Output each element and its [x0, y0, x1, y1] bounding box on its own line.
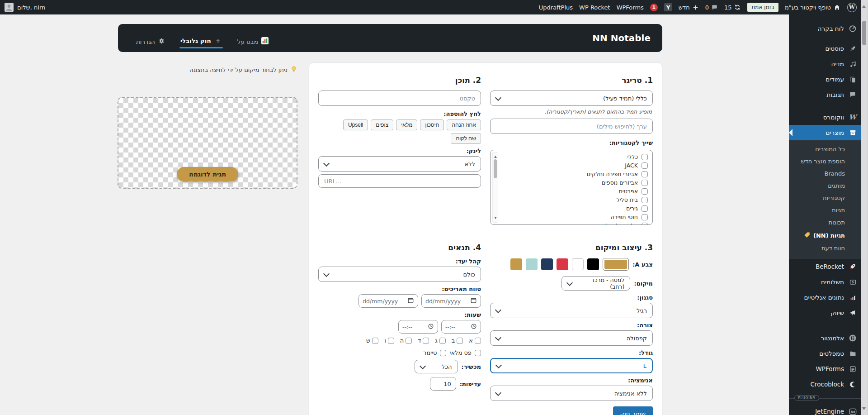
trigger-value-input[interactable] — [490, 119, 653, 134]
sample-tag-capsule[interactable]: תגית לדוגמה — [177, 167, 238, 181]
chip-customer-name[interactable]: שם לקוח — [451, 133, 481, 144]
category-checkbox[interactable] — [642, 223, 648, 225]
swatch-cyan[interactable] — [526, 258, 538, 270]
new-content-button[interactable]: חדש — [679, 4, 699, 11]
calendar-icon[interactable] — [470, 297, 477, 305]
sidebar-item-berocket[interactable]: BeRocket — [789, 259, 861, 274]
timer-checkbox[interactable] — [440, 350, 446, 356]
yoast-button[interactable]: Y — [664, 3, 672, 11]
style-select[interactable]: רגיל — [490, 303, 653, 318]
weekday-checkbox[interactable] — [406, 338, 412, 344]
sidebar-item-crocoblock[interactable]: Crocoblock — [789, 377, 861, 392]
scroll-down-arrow[interactable] — [862, 407, 866, 412]
date-from-input[interactable]: dd/mm/yyyy — [421, 294, 481, 308]
clock-icon[interactable] — [471, 323, 477, 331]
sidebar-item-elementor[interactable]: אלמנטור — [789, 330, 861, 346]
sidebar-item-woocommerce[interactable]: W ווקומרס — [789, 110, 861, 125]
priority-input[interactable] — [430, 377, 456, 391]
stockbar-checkbox[interactable] — [475, 350, 481, 356]
time-to-input[interactable]: --:-- — [398, 320, 438, 334]
category-checkbox[interactable] — [642, 214, 648, 220]
save-rule-button[interactable]: שמור חוק — [613, 406, 653, 415]
weekday-checkbox[interactable] — [372, 338, 378, 344]
sidebar-item-posts[interactable]: פוסטים — [789, 41, 861, 56]
chip-stock[interactable]: מלאי — [396, 119, 417, 130]
submenu-item-nn-tags[interactable]: תגיות (NN) — [789, 229, 861, 242]
shape-select[interactable]: קפסולה — [490, 330, 653, 346]
weekday-checkbox[interactable] — [457, 338, 463, 344]
sidebar-item-pages[interactable]: עמודים — [789, 72, 861, 87]
updates-link[interactable]: 15 — [724, 4, 741, 11]
chip-upsell[interactable]: Upsell — [343, 119, 368, 130]
animation-select[interactable]: ללא אנימציה — [490, 386, 653, 401]
audience-select[interactable]: כולם — [318, 267, 481, 282]
chip-savings[interactable]: חיסכון — [420, 119, 444, 130]
sidebar-item-payments[interactable]: $ תשלומים — [789, 274, 861, 290]
tab-settings[interactable]: הגדרות — [135, 38, 166, 52]
chip-discount-percent[interactable]: אחוז הנחה — [447, 119, 481, 130]
submenu-item-all-products[interactable]: כל המוצרים — [789, 143, 861, 155]
sidebar-item-dashboard[interactable]: לוח בקרה — [789, 21, 861, 36]
weekday-checkbox[interactable] — [388, 338, 394, 344]
site-link[interactable]: טופף ויקטור בע"מ — [785, 4, 841, 11]
wprocket-toolbar-link[interactable]: WP Rocket — [579, 4, 610, 11]
sidebar-item-templates[interactable]: טמפלטים — [789, 346, 861, 361]
weekday-checkbox[interactable] — [439, 338, 446, 344]
sidebar-item-media[interactable]: מדיה — [789, 56, 861, 72]
url-input[interactable] — [318, 174, 481, 188]
category-checkbox[interactable] — [642, 188, 648, 195]
swatch-navy[interactable] — [541, 258, 553, 270]
trigger-type-select[interactable]: כללי (תמיד פעיל) — [490, 91, 653, 106]
page-scrollbar[interactable] — [861, 0, 868, 415]
updraftplus-toolbar-link[interactable]: UpdraftPlus — [539, 4, 573, 11]
submenu-item-brands-he[interactable]: מותגים — [789, 180, 861, 192]
scroll-down-arrow[interactable] — [494, 217, 497, 220]
tab-global-rule[interactable]: ＋ חוק גלובלי — [179, 35, 223, 52]
submenu-item-categories[interactable]: קטגוריות — [789, 192, 861, 204]
device-select[interactable]: הכל — [415, 360, 458, 373]
swatch-gold[interactable] — [510, 258, 522, 270]
categories-scrollbar[interactable] — [492, 152, 498, 223]
weekday-checkbox[interactable] — [423, 338, 429, 344]
swatch-black[interactable] — [587, 258, 599, 270]
sidebar-item-jetengine[interactable]: Jet JetEngine — [789, 404, 861, 415]
tag-text-input[interactable] — [318, 91, 481, 106]
swatch-white[interactable] — [572, 258, 584, 270]
weekday-checkbox[interactable] — [475, 338, 481, 344]
wordpress-menu-button[interactable]: W — [847, 3, 857, 12]
submenu-item-attributes[interactable]: תכונות — [789, 216, 861, 229]
notification-badge[interactable]: 1 — [650, 4, 658, 11]
sidebar-item-wpforms[interactable]: WPForms — [789, 361, 861, 377]
size-select[interactable]: L — [490, 358, 653, 373]
swatch-red[interactable] — [557, 258, 568, 270]
date-to-input[interactable]: dd/mm/yyyy — [359, 294, 418, 308]
scrollbar-thumb[interactable] — [862, 21, 866, 45]
category-checkbox[interactable] — [642, 180, 648, 186]
sidebar-item-marketing[interactable]: שיווק — [789, 305, 861, 320]
submenu-item-brands[interactable]: Brands — [789, 167, 861, 180]
scroll-up-arrow[interactable] — [862, 3, 866, 8]
tab-overview[interactable]: מבט על — [236, 37, 269, 52]
color-picker-input[interactable] — [603, 258, 629, 271]
submenu-item-reviews[interactable]: חוות דעת — [789, 242, 861, 254]
position-select[interactable]: למטה - מרכז (רחב) — [561, 276, 630, 291]
category-checkbox[interactable] — [642, 154, 648, 160]
sidebar-item-comments[interactable]: תגובות — [789, 87, 861, 102]
wpforms-toolbar-link[interactable]: WPForms — [617, 4, 644, 11]
link-select[interactable]: ללא — [318, 156, 481, 172]
category-checkbox[interactable] — [642, 162, 648, 169]
scroll-up-arrow[interactable] — [494, 154, 497, 158]
account-menu[interactable]: שלום, nirn — [5, 0, 45, 14]
comments-link[interactable]: 0 — [705, 4, 718, 11]
submenu-item-tags[interactable]: תגיות — [789, 204, 861, 216]
category-checkbox[interactable] — [642, 171, 648, 177]
calendar-icon[interactable] — [407, 297, 414, 305]
placement-preview-box[interactable]: תגית לדוגמה — [118, 97, 297, 189]
chip-viewers[interactable]: צופים — [371, 119, 393, 130]
sidebar-item-products[interactable]: מוצרים — [789, 125, 861, 140]
submenu-item-add-product[interactable]: הוספת מוצר חדש — [789, 155, 861, 167]
time-from-input[interactable]: --:-- — [441, 320, 481, 334]
category-checkbox[interactable] — [642, 205, 648, 212]
clock-icon[interactable] — [428, 323, 434, 331]
sidebar-item-analytics[interactable]: נתונים אנליטיים — [789, 290, 861, 305]
